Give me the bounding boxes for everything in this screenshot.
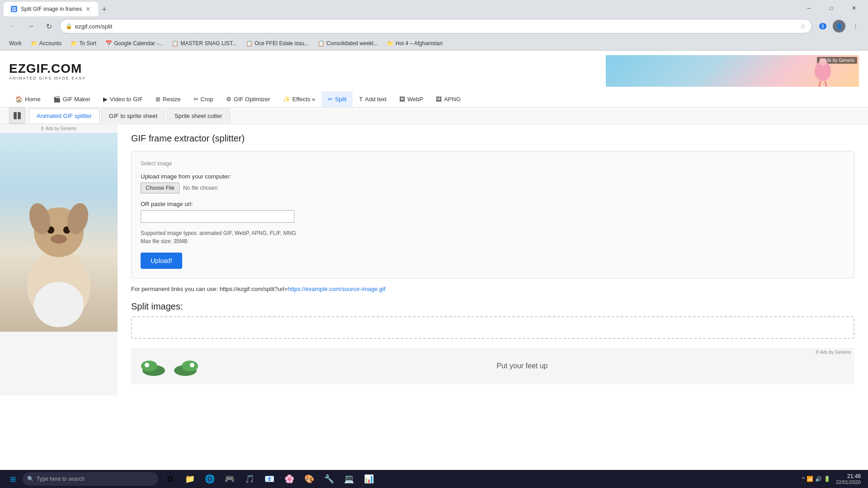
profile-avatar: 👤: [833, 20, 845, 33]
app-glyph-2: 🎨: [304, 474, 314, 484]
apng-icon: 🖼: [436, 96, 442, 103]
outlook-taskbar-icon[interactable]: 📧: [260, 471, 278, 487]
add-text-icon: T: [359, 96, 363, 103]
nav-video-to-gif[interactable]: ▶ Video to GIF: [97, 91, 149, 107]
url-section: OR paste image url:: [141, 201, 845, 223]
upload-button[interactable]: Upload!: [141, 253, 182, 269]
app-icon-1[interactable]: 🌸: [280, 471, 298, 487]
bookmark-oce[interactable]: 📋 Oce FFEI Edale issu...: [242, 39, 312, 47]
tab-close-btn[interactable]: ✕: [85, 5, 91, 13]
sub-tabs-bar: Animated GIF splitter GIF to sprite shee…: [0, 108, 868, 124]
close-button[interactable]: ✕: [844, 1, 864, 15]
nav-resize[interactable]: ⊞ Resize: [149, 91, 187, 107]
taskbar-search-box[interactable]: 🔍 Type here to search: [23, 472, 158, 486]
taskbar-search-placeholder: Type here to search: [37, 476, 85, 482]
sub-tab-animated-gif-splitter[interactable]: Animated GIF splitter: [29, 108, 99, 123]
logo-tagline: ANIMATED GIFS MADE EASY: [9, 76, 86, 80]
nav-apng[interactable]: 🖼 APNG: [429, 91, 467, 107]
choose-file-button[interactable]: Choose File: [141, 183, 179, 193]
sub-tab-sprite-sheet-cutter[interactable]: Sprite sheet cutter: [167, 108, 230, 123]
svg-point-10: [51, 235, 67, 244]
left-ad-image: [0, 133, 118, 332]
taskbar-clock[interactable]: 21:48 22/01/2020: [832, 473, 864, 485]
extensions-button[interactable]: 8: [816, 19, 830, 33]
back-button[interactable]: ←: [5, 19, 20, 33]
permanent-links-url[interactable]: https://example.com/source-image.gif: [288, 286, 385, 292]
url-label: OR paste image url:: [141, 201, 845, 207]
spotify-icon: 🎵: [245, 474, 255, 484]
form-section-label: Select image: [141, 160, 845, 167]
chrome-taskbar-icon[interactable]: 🌐: [201, 471, 219, 487]
svg-line-3: [825, 81, 826, 87]
steam-icon: 🎮: [225, 474, 235, 484]
url-input[interactable]: [141, 210, 294, 223]
bookmark-icon[interactable]: ☆: [800, 23, 806, 30]
nav-webp[interactable]: 🖼 WebP: [393, 91, 429, 107]
app-icon-2[interactable]: 🎨: [300, 471, 318, 487]
split-images-container: [131, 316, 854, 339]
bookmark-work[interactable]: Work: [5, 39, 25, 47]
bookmark-cons-icon: 📋: [318, 40, 325, 47]
nav-gif-optimizer[interactable]: ⚙ GIF Optimizer: [220, 91, 277, 107]
bookmark-sort[interactable]: 📁 To Sort: [67, 39, 100, 47]
browser-tab[interactable]: 🖼 Split GIF image in frames ✕: [4, 2, 98, 16]
address-bar[interactable]: 🔒 ezgif.com/split ☆: [60, 19, 812, 33]
svg-point-16: [145, 363, 149, 367]
main-content-area: GIF frame extractor (splitter) Select im…: [118, 124, 868, 395]
site-logo[interactable]: EZGIF.COM ANIMATED GIFS MADE EASY: [9, 61, 86, 80]
refresh-button[interactable]: ↻: [42, 19, 56, 33]
spotify-taskbar-icon[interactable]: 🎵: [241, 471, 259, 487]
bookmark-oce-icon: 📋: [246, 40, 253, 47]
bookmark-accounts[interactable]: 📁 Accounts: [27, 39, 65, 47]
network-icon[interactable]: 📶: [807, 476, 813, 482]
profile-button[interactable]: 👤: [832, 19, 846, 33]
start-button[interactable]: ⊞: [4, 471, 22, 487]
taskbar-search-icon: 🔍: [27, 476, 34, 482]
bookmark-accounts-label: Accounts: [39, 40, 61, 47]
bookmark-google-cal[interactable]: 📅 Google Calendar -...: [102, 39, 166, 47]
app-icon-4[interactable]: 💻: [340, 471, 358, 487]
lock-icon: 🔒: [66, 23, 72, 29]
forward-button[interactable]: →: [24, 19, 38, 33]
app-icon-3[interactable]: 🔧: [320, 471, 338, 487]
left-ad-label: 8 Ads by Generis: [0, 124, 118, 133]
bottom-ad-label: 8 Ads by Generis: [816, 350, 851, 355]
bottom-ad-text: Put your feet up: [199, 362, 845, 370]
windows-logo-icon: ⊞: [10, 475, 16, 483]
page-title: GIF frame extractor (splitter): [131, 133, 854, 144]
task-view-icon[interactable]: ⧉: [161, 471, 179, 487]
battery-icon[interactable]: 🔋: [824, 476, 830, 482]
sub-tab-split-icon[interactable]: [9, 108, 25, 124]
nav-effects[interactable]: ✨ Effects »: [277, 91, 321, 107]
system-tray-icons: ^ 📶 🔊 🔋: [802, 476, 830, 482]
nav-split[interactable]: ✂ Split: [321, 91, 353, 107]
taskbar-app-icons: ⧉ 📁 🌐 🎮 🎵 📧 🌸: [161, 471, 378, 487]
new-tab-button[interactable]: +: [98, 3, 110, 16]
bookmark-hoi4-icon: 📁: [387, 40, 394, 47]
chevron-up-icon[interactable]: ^: [802, 476, 805, 482]
menu-button[interactable]: ⋮: [848, 19, 863, 33]
app-glyph-3: 🔧: [324, 474, 334, 484]
bookmark-hoi4-label: Hoi 4 – Afghanistan: [396, 40, 443, 47]
permanent-links-prefix: For permanent links you can use: https:/…: [131, 286, 288, 292]
bookmark-hoi4[interactable]: 📁 Hoi 4 – Afghanistan: [383, 39, 446, 47]
nav-add-text[interactable]: T Add text: [353, 91, 393, 107]
address-text: ezgif.com/split: [75, 23, 797, 30]
bookmark-cal-label: Google Calendar -...: [114, 40, 163, 47]
steam-taskbar-icon[interactable]: 🎮: [221, 471, 239, 487]
app-icon-5[interactable]: 📊: [360, 471, 378, 487]
minimize-button[interactable]: –: [798, 1, 819, 15]
bookmark-cons-label: Consolidated weekl...: [326, 40, 378, 47]
maximize-button[interactable]: □: [821, 1, 842, 15]
app-glyph-1: 🌸: [284, 474, 294, 484]
nav-crop[interactable]: ✂ Crop: [187, 91, 220, 107]
bookmark-snag-label: MASTER SNAG LIST...: [180, 40, 237, 47]
sound-icon[interactable]: 🔊: [815, 476, 822, 482]
nav-home[interactable]: 🏠 Home: [9, 91, 47, 107]
file-explorer-icon[interactable]: 📁: [181, 471, 199, 487]
taskbar: ⊞ 🔍 Type here to search ⧉ 📁 🌐 🎮: [0, 470, 868, 488]
sub-tab-gif-to-sprite-sheet[interactable]: GIF to sprite sheet: [101, 108, 165, 123]
bookmark-consolidated[interactable]: 📋 Consolidated weekl...: [314, 39, 382, 47]
bookmark-master-snag[interactable]: 📋 MASTER SNAG LIST...: [168, 39, 241, 47]
nav-gif-maker[interactable]: 🎬 GIF Maker: [47, 91, 97, 107]
